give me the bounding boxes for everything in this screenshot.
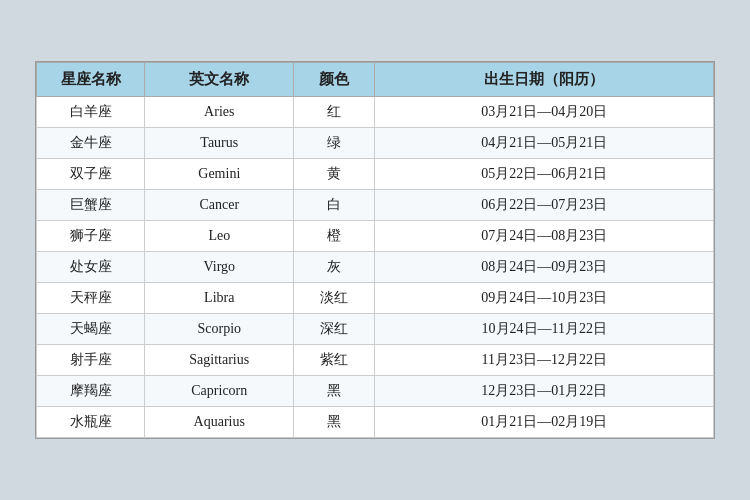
cell-english-name: Taurus <box>145 128 294 159</box>
cell-date: 10月24日—11月22日 <box>375 314 714 345</box>
cell-color: 深红 <box>294 314 375 345</box>
cell-date: 11月23日—12月22日 <box>375 345 714 376</box>
cell-color: 红 <box>294 97 375 128</box>
cell-color: 淡红 <box>294 283 375 314</box>
table-header-row: 星座名称 英文名称 颜色 出生日期（阳历） <box>37 63 714 97</box>
cell-color: 黑 <box>294 407 375 438</box>
cell-chinese-name: 狮子座 <box>37 221 145 252</box>
cell-chinese-name: 处女座 <box>37 252 145 283</box>
table-row: 天秤座Libra淡红09月24日—10月23日 <box>37 283 714 314</box>
zodiac-table: 星座名称 英文名称 颜色 出生日期（阳历） 白羊座Aries红03月21日—04… <box>36 62 714 438</box>
cell-chinese-name: 天蝎座 <box>37 314 145 345</box>
cell-chinese-name: 水瓶座 <box>37 407 145 438</box>
table-row: 巨蟹座Cancer白06月22日—07月23日 <box>37 190 714 221</box>
table-row: 处女座Virgo灰08月24日—09月23日 <box>37 252 714 283</box>
cell-english-name: Aries <box>145 97 294 128</box>
cell-chinese-name: 巨蟹座 <box>37 190 145 221</box>
cell-color: 黄 <box>294 159 375 190</box>
table-row: 摩羯座Capricorn黑12月23日—01月22日 <box>37 376 714 407</box>
cell-english-name: Leo <box>145 221 294 252</box>
cell-color: 白 <box>294 190 375 221</box>
cell-date: 06月22日—07月23日 <box>375 190 714 221</box>
table-row: 水瓶座Aquarius黑01月21日—02月19日 <box>37 407 714 438</box>
cell-color: 橙 <box>294 221 375 252</box>
cell-chinese-name: 天秤座 <box>37 283 145 314</box>
cell-color: 紫红 <box>294 345 375 376</box>
cell-english-name: Virgo <box>145 252 294 283</box>
cell-date: 03月21日—04月20日 <box>375 97 714 128</box>
table-row: 金牛座Taurus绿04月21日—05月21日 <box>37 128 714 159</box>
cell-english-name: Capricorn <box>145 376 294 407</box>
cell-date: 01月21日—02月19日 <box>375 407 714 438</box>
cell-chinese-name: 摩羯座 <box>37 376 145 407</box>
header-english-name: 英文名称 <box>145 63 294 97</box>
cell-color: 灰 <box>294 252 375 283</box>
cell-english-name: Cancer <box>145 190 294 221</box>
cell-chinese-name: 金牛座 <box>37 128 145 159</box>
cell-color: 黑 <box>294 376 375 407</box>
zodiac-table-container: 星座名称 英文名称 颜色 出生日期（阳历） 白羊座Aries红03月21日—04… <box>35 61 715 439</box>
table-row: 双子座Gemini黄05月22日—06月21日 <box>37 159 714 190</box>
header-color: 颜色 <box>294 63 375 97</box>
cell-date: 09月24日—10月23日 <box>375 283 714 314</box>
cell-date: 04月21日—05月21日 <box>375 128 714 159</box>
cell-english-name: Libra <box>145 283 294 314</box>
table-row: 射手座Sagittarius紫红11月23日—12月22日 <box>37 345 714 376</box>
cell-date: 05月22日—06月21日 <box>375 159 714 190</box>
table-row: 白羊座Aries红03月21日—04月20日 <box>37 97 714 128</box>
table-row: 天蝎座Scorpio深红10月24日—11月22日 <box>37 314 714 345</box>
header-date: 出生日期（阳历） <box>375 63 714 97</box>
cell-date: 08月24日—09月23日 <box>375 252 714 283</box>
cell-date: 12月23日—01月22日 <box>375 376 714 407</box>
cell-color: 绿 <box>294 128 375 159</box>
cell-chinese-name: 射手座 <box>37 345 145 376</box>
cell-english-name: Scorpio <box>145 314 294 345</box>
table-row: 狮子座Leo橙07月24日—08月23日 <box>37 221 714 252</box>
cell-english-name: Aquarius <box>145 407 294 438</box>
cell-chinese-name: 白羊座 <box>37 97 145 128</box>
cell-english-name: Sagittarius <box>145 345 294 376</box>
cell-chinese-name: 双子座 <box>37 159 145 190</box>
header-chinese-name: 星座名称 <box>37 63 145 97</box>
cell-english-name: Gemini <box>145 159 294 190</box>
cell-date: 07月24日—08月23日 <box>375 221 714 252</box>
